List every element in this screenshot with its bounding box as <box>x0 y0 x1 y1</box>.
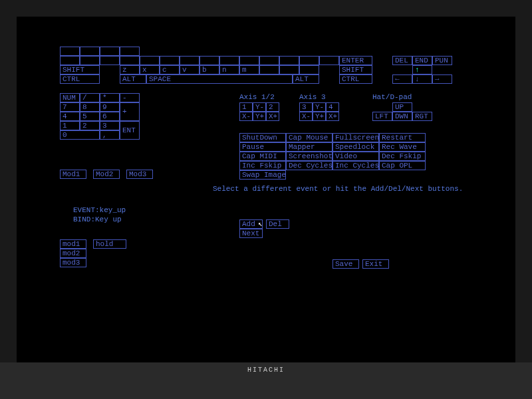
key-right-arrow[interactable]: → <box>432 74 452 84</box>
axis3-xminus[interactable]: X- <box>299 112 313 121</box>
key-shift-right[interactable]: SHIFT <box>339 65 372 74</box>
key-generic[interactable] <box>60 56 80 65</box>
key-end[interactable]: END <box>412 56 432 65</box>
numpad-div[interactable]: / <box>80 93 100 102</box>
key-generic[interactable] <box>180 56 200 65</box>
key-down-arrow[interactable]: ↓ <box>412 74 432 84</box>
action-recwave[interactable]: Rec Wave <box>379 142 426 152</box>
numpad-comma[interactable]: , <box>100 130 120 140</box>
bindmod1-button[interactable]: mod1 <box>60 239 86 249</box>
key-generic[interactable] <box>299 65 319 74</box>
action-fullscreen[interactable]: Fullscreen <box>332 133 379 142</box>
key-left-arrow[interactable]: ← <box>392 74 412 84</box>
axis12-1[interactable]: 1 <box>239 102 253 112</box>
hat-rgt[interactable]: RGT <box>412 112 432 121</box>
key-m[interactable]: m <box>239 65 259 74</box>
key-v[interactable]: v <box>180 65 200 74</box>
key-generic[interactable] <box>100 56 120 65</box>
action-screenshot[interactable]: Screenshot <box>286 152 332 161</box>
key-generic[interactable] <box>80 47 100 56</box>
axis12-yplus[interactable]: Y+ <box>253 112 266 121</box>
numpad-2[interactable]: 2 <box>80 121 100 130</box>
numpad-mul[interactable]: * <box>100 93 120 102</box>
key-ctrl-right[interactable]: CTRL <box>339 74 372 84</box>
save-button[interactable]: Save <box>332 259 359 269</box>
axis12-yminus[interactable]: Y- <box>253 102 266 112</box>
del-button[interactable]: Del <box>266 219 289 229</box>
axis12-xminus[interactable]: X- <box>239 112 253 121</box>
numpad-plus[interactable]: + <box>120 102 140 121</box>
action-shutdown[interactable]: ShutDown <box>239 133 286 142</box>
numpad-4[interactable]: 4 <box>60 112 80 121</box>
numpad-6[interactable]: 6 <box>100 112 120 121</box>
key-generic[interactable] <box>219 56 239 65</box>
numpad-7[interactable]: 7 <box>60 102 80 112</box>
key-n[interactable]: n <box>219 65 239 74</box>
key-c[interactable]: c <box>160 65 180 74</box>
action-speedlock[interactable]: Speedlock <box>332 142 379 152</box>
numpad-minus[interactable]: - <box>120 93 140 102</box>
hat-lft[interactable]: LFT <box>372 112 392 121</box>
key-b[interactable]: b <box>200 65 219 74</box>
key-generic[interactable] <box>80 56 100 65</box>
action-video[interactable]: Video <box>332 152 379 161</box>
hat-dwn[interactable]: DWN <box>392 112 412 121</box>
key-shift-left[interactable]: SHIFT <box>60 65 100 74</box>
exit-button[interactable]: Exit <box>362 259 389 269</box>
action-mapper[interactable]: Mapper <box>286 142 332 152</box>
numpad-num[interactable]: NUM <box>60 93 80 102</box>
key-ctrl-left[interactable]: CTRL <box>60 74 100 84</box>
key-alt-right[interactable]: ALT <box>293 74 319 84</box>
axis3-yminus[interactable]: Y- <box>313 102 326 112</box>
key-generic[interactable] <box>100 47 120 56</box>
action-capmouse[interactable]: Cap Mouse <box>286 133 332 142</box>
action-inccycles[interactable]: Inc Cycles <box>332 161 379 170</box>
key-generic[interactable] <box>279 65 299 74</box>
numpad-8[interactable]: 8 <box>80 102 100 112</box>
axis3-yplus[interactable]: Y+ <box>313 112 326 121</box>
key-generic[interactable] <box>140 56 160 65</box>
key-x[interactable]: x <box>140 65 160 74</box>
action-decfskip[interactable]: Dec Fskip <box>379 152 426 161</box>
key-generic[interactable] <box>299 56 319 65</box>
action-pause[interactable]: Pause <box>239 142 286 152</box>
key-z[interactable]: z <box>120 65 140 74</box>
key-generic[interactable] <box>319 56 339 65</box>
key-generic[interactable] <box>160 56 180 65</box>
numpad-0[interactable]: 0 <box>60 130 100 140</box>
numpad-3[interactable]: 3 <box>100 121 120 130</box>
axis3-4[interactable]: 4 <box>326 102 339 112</box>
bindmod2-button[interactable]: mod2 <box>60 249 86 258</box>
hat-up[interactable]: UP <box>392 102 412 112</box>
numpad-1[interactable]: 1 <box>60 121 80 130</box>
key-generic[interactable] <box>120 56 140 65</box>
action-restart[interactable]: Restart <box>379 133 426 142</box>
key-generic[interactable] <box>259 65 279 74</box>
action-deccycles[interactable]: Dec Cycles <box>286 161 332 170</box>
action-capmidi[interactable]: Cap MIDI <box>239 152 286 161</box>
mod3-button[interactable]: Mod3 <box>126 170 153 179</box>
key-generic[interactable] <box>239 56 259 65</box>
mod1-button[interactable]: Mod1 <box>60 170 86 179</box>
key-space[interactable]: SPACE <box>146 74 293 84</box>
key-generic[interactable] <box>279 56 299 65</box>
key-del[interactable]: DEL <box>392 56 412 65</box>
mod2-button[interactable]: Mod2 <box>93 170 120 179</box>
key-enter[interactable]: ENTER <box>339 56 372 65</box>
bindhold-button[interactable]: hold <box>93 239 126 249</box>
action-capopl[interactable]: Cap OPL <box>379 161 426 170</box>
axis12-xplus[interactable]: X+ <box>266 112 279 121</box>
key-generic[interactable] <box>200 56 219 65</box>
bindmod3-button[interactable]: mod3 <box>60 258 86 267</box>
axis3-3[interactable]: 3 <box>299 102 313 112</box>
key-generic[interactable] <box>60 47 80 56</box>
next-button[interactable]: Next <box>239 229 263 238</box>
axis12-2[interactable]: 2 <box>266 102 279 112</box>
numpad-ent[interactable]: ENT <box>120 121 140 140</box>
axis3-xplus[interactable]: X+ <box>326 112 339 121</box>
numpad-9[interactable]: 9 <box>100 102 120 112</box>
key-generic[interactable] <box>120 47 140 56</box>
key-alt-left[interactable]: ALT <box>120 74 146 84</box>
key-pun[interactable]: PUN <box>432 56 452 65</box>
action-incfskip[interactable]: Inc Fskip <box>239 161 286 170</box>
